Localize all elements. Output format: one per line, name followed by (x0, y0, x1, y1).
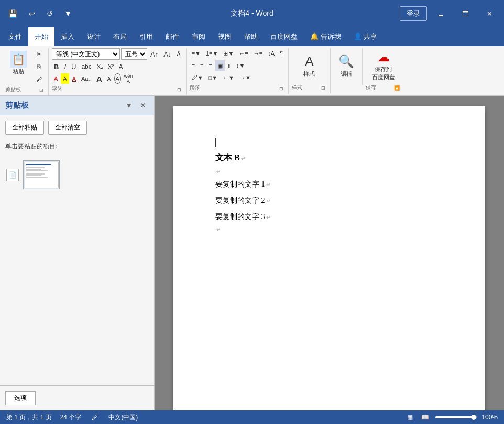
clear-all-button[interactable]: 全部清空 (48, 121, 87, 135)
highlight-button[interactable]: A (61, 73, 69, 84)
doc-line2[interactable]: 要复制的文字 2 (215, 194, 265, 207)
copy-button[interactable]: ⎘ (32, 61, 45, 72)
border-button[interactable]: □▼ (206, 72, 220, 83)
menu-help[interactable]: 帮助 (238, 27, 264, 46)
justify-button[interactable]: ▣ (215, 60, 225, 71)
cut-button[interactable]: ✂ (32, 48, 45, 60)
strikethrough-button[interactable]: abc (79, 61, 93, 72)
doc-blank-para: ↵ (215, 169, 443, 175)
paste-all-button[interactable]: 全部粘贴 (5, 121, 44, 135)
phonetic-button[interactable]: wénA (122, 73, 135, 84)
styles-expand-icon[interactable]: ⊡ (320, 85, 327, 91)
menu-file[interactable]: 文件 (2, 27, 28, 46)
font-shrink-button[interactable]: A↓ (161, 49, 173, 59)
menu-view[interactable]: 视图 (212, 27, 238, 46)
menu-references[interactable]: 引用 (133, 27, 159, 46)
clipboard-item-icon-1: 📄 (6, 169, 19, 181)
align-right-button[interactable]: ≡ (207, 60, 214, 71)
clipboard-panel-close[interactable]: ✕ (137, 100, 149, 111)
italic-button[interactable]: I (62, 61, 68, 72)
spell-check-button[interactable]: 🖊 (90, 412, 100, 422)
status-right: ▦ 📖 100% (405, 412, 498, 422)
options-button[interactable]: 选项 (5, 391, 36, 405)
styles-button[interactable]: A 样式 (298, 48, 321, 83)
circle-a-button[interactable]: A (114, 73, 121, 84)
bold-button[interactable]: B (52, 61, 61, 72)
font-grow-button[interactable]: A↑ (148, 49, 160, 59)
sort-button[interactable]: ↕A (266, 48, 277, 59)
save-quick-button[interactable]: 💾 (4, 7, 21, 20)
underline-button[interactable]: U (69, 61, 78, 72)
zoom-slider[interactable] (435, 416, 477, 418)
menu-home[interactable]: 开始 (28, 27, 54, 46)
collapse-ribbon-icon[interactable]: 🔼 (392, 85, 401, 91)
format-painter-button[interactable]: 🖌 (32, 73, 45, 85)
shading-button[interactable]: 🖊▼ (190, 72, 205, 83)
title-left-controls: 💾 ↩ ↺ ▼ (4, 7, 76, 20)
small-a-button[interactable]: A (105, 73, 113, 84)
close-button[interactable]: ✕ (479, 7, 500, 21)
decrease-indent-button[interactable]: ←≡ (237, 48, 250, 59)
bullets-button[interactable]: ≡▼ (190, 48, 203, 59)
menu-design[interactable]: 设计 (81, 27, 107, 46)
show-formatting-button[interactable]: ¶ (278, 48, 285, 59)
clear-format-button[interactable]: Ā (174, 49, 182, 59)
font-color-button[interactable]: A (52, 73, 60, 84)
big-a-button[interactable]: A (94, 73, 104, 84)
case-button[interactable]: Aa↓ (79, 73, 93, 84)
multilevel-button[interactable]: ⊞▼ (221, 48, 236, 59)
undo-button[interactable]: ↩ (25, 7, 39, 20)
menu-share[interactable]: 👤 共享 (347, 27, 384, 46)
clipboard-small-buttons: ✂ ⎘ 🖌 (32, 48, 45, 85)
view-read-button[interactable]: 📖 (419, 412, 431, 422)
redo-button[interactable]: ↺ (42, 7, 57, 20)
minimize-button[interactable]: 🗕 (430, 7, 452, 21)
clipboard-label-row: 剪贴板 ⊡ (5, 85, 45, 93)
doc-heading[interactable]: 文本 B (215, 150, 240, 166)
numbering-button[interactable]: 1≡▼ (204, 48, 220, 59)
edit-button[interactable]: 🔍 编辑 (334, 48, 359, 83)
thumb-spacer (26, 166, 57, 167)
menu-tell-me[interactable]: 🔔 告诉我 (304, 27, 347, 46)
format-clear-button[interactable]: A (117, 61, 125, 72)
baidu-save-button[interactable]: ☁ 保存到 百度网盘 (367, 48, 400, 83)
main-area: 剪贴板 ▼ ✕ 全部粘贴 全部清空 单击要粘贴的项目: 📄 (0, 96, 504, 410)
column-button[interactable]: ⫿ (226, 60, 233, 71)
align-center-button[interactable]: ≡ (198, 60, 205, 71)
font-row3: A A A Aa↓ A A A wénA (52, 73, 183, 84)
ribbon-group-paragraph: ≡▼ 1≡▼ ⊞▼ ←≡ →≡ ↕A ¶ ≡ ≡ ≡ ▣ ⫿ ↕▼ (187, 48, 289, 94)
menu-insert[interactable]: 插入 (54, 27, 81, 46)
indent-inc-button[interactable]: →▼ (237, 72, 253, 83)
font-color2-button[interactable]: A (70, 73, 78, 84)
subscript-button[interactable]: X₂ (95, 61, 105, 72)
doc-line3[interactable]: 要复制的文字 3 (215, 210, 265, 223)
clipboard-item-1[interactable]: 📄 (5, 159, 149, 190)
thumb-line-6 (26, 175, 42, 176)
menu-review[interactable]: 审阅 (185, 27, 212, 46)
customize-qat-button[interactable]: ▼ (60, 7, 76, 20)
clipboard-panel: 剪贴板 ▼ ✕ 全部粘贴 全部清空 单击要粘贴的项目: 📄 (0, 96, 155, 410)
superscript-button[interactable]: X² (106, 61, 116, 72)
clipboard-expand-icon[interactable]: ⊡ (38, 87, 45, 93)
font-size-select[interactable]: 五号 (121, 48, 147, 60)
line-spacing-button[interactable]: ↕▼ (234, 60, 247, 71)
menu-layout[interactable]: 布局 (107, 27, 133, 46)
paragraph-expand-icon[interactable]: ⊡ (278, 85, 285, 92)
view-layout-button[interactable]: ▦ (405, 412, 415, 422)
font-row2: B I U abc X₂ X² A (52, 61, 183, 72)
menu-mailings[interactable]: 邮件 (159, 27, 185, 46)
styles-label: 样式 (303, 70, 315, 78)
font-name-select[interactable]: 等线 (中文正文) (52, 48, 120, 60)
doc-line1[interactable]: 要复制的文字 1 (215, 178, 265, 191)
login-button[interactable]: 登录 (400, 6, 427, 21)
indent-dec-button[interactable]: ←▼ (221, 72, 236, 83)
align-left-button[interactable]: ≡ (190, 60, 197, 71)
clipboard-panel-dropdown[interactable]: ▼ (123, 100, 135, 111)
doc-area[interactable]: 文本 B ↵ ↵ 要复制的文字 1 ↵ 要复制的文字 2 ↵ 要复制的文字 3 … (155, 96, 504, 410)
menu-baidu[interactable]: 百度网盘 (264, 27, 304, 46)
edit-label: 编辑 (341, 70, 352, 78)
font-expand-icon[interactable]: ⊡ (176, 86, 183, 93)
paste-button[interactable]: 📋 粘贴 (5, 48, 31, 78)
increase-indent-button[interactable]: →≡ (251, 48, 265, 59)
restore-button[interactable]: 🗖 (455, 7, 476, 21)
